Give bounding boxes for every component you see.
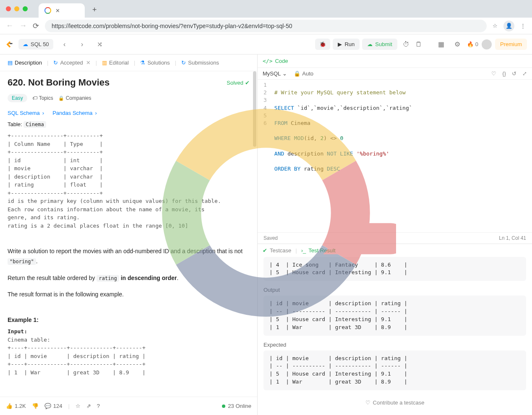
tab-testresult[interactable]: ›_Test Result: [301, 247, 336, 254]
star-button[interactable]: ☆: [76, 403, 81, 409]
lock-icon: 🔒: [58, 96, 64, 101]
history-icon: ↻: [53, 60, 58, 66]
description-footer: 👍1.2K 👎 💬124 | ☆ ⇗ ? 23 Online: [0, 397, 257, 415]
new-tab-button[interactable]: +: [92, 5, 97, 14]
timer-icon[interactable]: ⏱: [400, 38, 412, 51]
thumbs-down-icon: 👎: [32, 403, 39, 409]
check-icon: ✔: [245, 80, 250, 86]
tab-description[interactable]: ▤ Description: [4, 58, 45, 67]
prev-problem-button[interactable]: ‹: [58, 38, 71, 51]
help-button[interactable]: ?: [97, 403, 100, 409]
description-body[interactable]: 620. Not Boring Movies Solved ✔ Easy 🏷To…: [0, 71, 257, 397]
flask-icon: ⚗: [140, 60, 145, 66]
left-tabs: ▤ Description | ↻ Accepted ✕ | ▥ Editori…: [0, 54, 257, 71]
shuffle-icon[interactable]: ⤨: [94, 38, 106, 51]
user-avatar[interactable]: [482, 39, 492, 49]
run-button[interactable]: ▶ Run: [333, 39, 360, 50]
chevron-right-icon: ›: [42, 110, 44, 116]
profile-icon[interactable]: 👤: [503, 21, 514, 31]
tab-solutions[interactable]: ⚗ Solutions: [137, 58, 173, 67]
reload-button[interactable]: ⟳: [33, 21, 39, 31]
debug-button[interactable]: 🐞: [315, 39, 330, 50]
chevron-right-icon: ›: [95, 110, 97, 116]
main-split: ▤ Description | ↻ Accepted ✕ | ▥ Editori…: [0, 54, 532, 415]
study-plan-badge[interactable]: ☁ SQL 50: [18, 39, 53, 49]
auto-label[interactable]: 🔒Auto: [294, 70, 313, 77]
browser-tab[interactable]: ✕: [39, 3, 85, 18]
clock-icon: ↻: [181, 60, 186, 66]
chevron-down-icon: ⌄: [282, 70, 287, 77]
kebab-menu-icon[interactable]: ⋮: [520, 23, 526, 29]
bookmark-icon[interactable]: ♡: [491, 70, 496, 77]
difficulty-tag[interactable]: Easy: [8, 94, 27, 102]
tab-testcase[interactable]: ✔Testcase: [263, 247, 291, 254]
format-icon[interactable]: {}: [502, 70, 506, 77]
table-label: Table: Cinema: [8, 121, 250, 127]
settings-icon[interactable]: ⚙: [451, 38, 464, 51]
tag-row: Easy 🏷Topics 🔒Companies: [8, 94, 250, 102]
result-tabs: ✔Testcase | ›_Test Result: [258, 244, 532, 257]
bookmark-icon[interactable]: ☆: [493, 23, 498, 29]
code-tools: ♡ {} ↺ ⤢: [491, 70, 527, 77]
output-block: | id | movie | description | rating | | …: [263, 296, 526, 335]
code-title: </>Code: [263, 58, 288, 64]
favicon-icon: [44, 7, 51, 14]
terminal-icon: ›_: [301, 247, 306, 254]
cursor-position: Ln 1, Col 41: [499, 235, 526, 241]
comments-button[interactable]: 💬124: [44, 403, 63, 409]
language-select[interactable]: MySQL ⌄: [263, 70, 287, 77]
close-window[interactable]: [6, 6, 11, 11]
code-subheader: MySQL ⌄ 🔒Auto ♡ {} ↺ ⤢: [258, 68, 532, 80]
close-tab-icon[interactable]: ✕: [55, 8, 60, 14]
reset-icon[interactable]: ↺: [512, 70, 516, 77]
code-lines[interactable]: # Write your MySQL query statement below…: [271, 80, 532, 232]
sql-schema-link[interactable]: SQL Schema›: [8, 110, 44, 116]
code-icon: </>: [263, 58, 272, 64]
close-icon[interactable]: ✕: [86, 60, 91, 66]
titlebar: ✕ +: [0, 0, 532, 18]
solved-badge: Solved ✔: [227, 80, 250, 86]
scrollbar-thumb[interactable]: [253, 71, 256, 147]
right-tools: ▦ ⚙ 🔥 0 Premium: [435, 38, 527, 51]
heart-icon: ♡: [365, 399, 370, 406]
plan-label: SQL 50: [31, 41, 49, 47]
back-button[interactable]: ←: [6, 21, 13, 30]
tab-accepted[interactable]: ↻ Accepted ✕: [50, 58, 94, 67]
premium-button[interactable]: Premium: [495, 39, 527, 50]
pandas-schema-link[interactable]: Pandas Schema›: [52, 110, 97, 116]
comment-icon: 💬: [44, 403, 51, 409]
maximize-window[interactable]: [23, 6, 28, 11]
desc-para-2: Return the result table ordered by ratin…: [8, 273, 250, 283]
contribute-testcase[interactable]: ♡Contribute a testcase: [263, 396, 526, 409]
note-icon[interactable]: 🗒: [412, 38, 425, 51]
like-button[interactable]: 👍1.2K: [6, 403, 26, 409]
table-name: Cinema: [23, 121, 46, 128]
gutter: 1 2 3 4 5 6: [258, 80, 271, 232]
share-button[interactable]: ⇗: [86, 403, 91, 409]
tab-editorial[interactable]: ▥ Editorial: [99, 58, 132, 67]
streak[interactable]: 🔥 0: [467, 41, 478, 47]
streak-count: 0: [475, 41, 478, 47]
next-problem-button[interactable]: ›: [76, 38, 89, 51]
online-status: 23 Online: [222, 403, 251, 409]
minimize-window[interactable]: [14, 6, 19, 11]
leetcode-logo-icon[interactable]: [5, 40, 13, 49]
layout-icon[interactable]: ▦: [435, 38, 448, 51]
tab-submissions[interactable]: ↻ Submissions: [178, 58, 222, 67]
window-controls: [6, 6, 28, 11]
cloud-icon: ☁: [23, 41, 28, 47]
code-editor[interactable]: 1 2 3 4 5 6 # Write your MySQL query sta…: [258, 80, 532, 232]
dislike-button[interactable]: 👎: [32, 403, 39, 409]
saved-label: Saved: [263, 235, 278, 241]
submit-button[interactable]: ☁ Submit: [362, 39, 397, 50]
topics-tag[interactable]: 🏷Topics: [32, 95, 53, 101]
companies-tag[interactable]: 🔒Companies: [58, 95, 91, 101]
forward-button[interactable]: →: [19, 21, 27, 30]
app-toolbar: ☁ SQL 50 ‹ › ⤨ 🐞 ▶ Run ☁ Submit ⏱ 🗒 ▦ ⚙ …: [0, 34, 532, 54]
fullscreen-icon[interactable]: ⤢: [522, 70, 527, 77]
help-icon: ?: [97, 403, 100, 409]
browser-chrome: ✕ + ← → ⟳ https://leetcode.com/problems/…: [0, 0, 532, 34]
url-bar[interactable]: https://leetcode.com/problems/not-boring…: [45, 20, 487, 32]
code-panel: </>Code MySQL ⌄ 🔒Auto ♡ {} ↺ ⤢ 1 2 3 4 5…: [258, 54, 532, 415]
result-body[interactable]: | 4 | Ice song | Fantacy | 8.6 | | 5 | H…: [258, 257, 532, 415]
